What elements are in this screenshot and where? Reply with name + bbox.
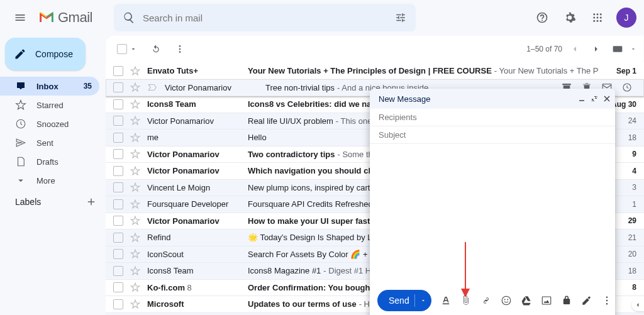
important-button[interactable] — [147, 82, 158, 93]
svg-point-21 — [606, 297, 608, 298]
more-options-button[interactable] — [601, 295, 613, 306]
lock-clock-icon — [561, 295, 572, 306]
attach-button[interactable] — [460, 295, 472, 306]
email-checkbox[interactable] — [113, 133, 123, 143]
next-page-button[interactable] — [587, 40, 605, 58]
settings-button[interactable] — [557, 5, 582, 30]
email-checkbox[interactable] — [113, 166, 123, 176]
star-button[interactable] — [130, 248, 141, 260]
chevron-left-icon — [570, 44, 580, 54]
minimize-button[interactable] — [579, 96, 585, 102]
email-checkbox[interactable] — [113, 249, 123, 259]
refresh-button[interactable] — [146, 39, 166, 59]
email-checkbox[interactable] — [113, 266, 123, 276]
star-icon — [130, 248, 141, 260]
sidebar-item-inbox[interactable]: Inbox35 — [0, 77, 99, 96]
sidebar-item-snoozed[interactable]: Snoozed — [0, 114, 99, 133]
add-label-button[interactable] — [86, 196, 97, 207]
sidebar-item-label: More — [36, 176, 55, 185]
email-date: Sep 1 — [605, 67, 636, 75]
more-button[interactable] — [170, 39, 190, 59]
search-bar[interactable] — [114, 4, 416, 31]
menu-button[interactable] — [8, 5, 33, 30]
star-button[interactable] — [130, 132, 141, 143]
svg-point-4 — [593, 17, 595, 19]
svg-point-2 — [597, 13, 599, 15]
sidebar-item-label: Drafts — [36, 157, 58, 167]
search-button[interactable] — [118, 6, 140, 29]
snooze-icon[interactable] — [621, 82, 633, 93]
select-all-checkbox[interactable] — [117, 44, 127, 54]
svg-point-7 — [593, 20, 595, 22]
more-vert-icon — [601, 295, 613, 306]
sidebar-item-sent[interactable]: Sent — [0, 133, 99, 152]
email-sender: Ko-fi.com 8 — [147, 283, 242, 292]
text-format-icon — [440, 295, 452, 306]
fullscreen-button[interactable] — [591, 96, 597, 102]
email-checkbox[interactable] — [113, 216, 123, 226]
confidential-button[interactable] — [561, 295, 572, 306]
drive-button[interactable] — [521, 295, 532, 306]
chevron-down-icon[interactable] — [130, 45, 137, 53]
star-button[interactable] — [130, 215, 141, 226]
label-icon — [147, 82, 158, 93]
star-button[interactable] — [130, 265, 141, 277]
sidebar-item-starred[interactable]: Starred — [0, 96, 99, 114]
prev-page-button[interactable] — [566, 40, 584, 58]
input-tools-button[interactable] — [609, 40, 626, 58]
email-checkbox[interactable] — [113, 182, 123, 192]
compose-header[interactable]: New Message — [370, 89, 615, 109]
subject-field[interactable]: Subject — [370, 126, 615, 144]
email-checkbox[interactable] — [113, 149, 123, 159]
star-icon — [15, 99, 26, 111]
compose-button[interactable]: Compose — [5, 38, 86, 70]
sidebar: Compose Inbox35StarredSnoozedSentDraftsM… — [0, 35, 106, 315]
svg-rect-14 — [613, 46, 623, 52]
gmail-logo[interactable]: Gmail — [38, 9, 92, 26]
support-button[interactable] — [530, 5, 555, 30]
email-checkbox[interactable] — [113, 66, 123, 76]
search-options-button[interactable] — [389, 6, 412, 29]
email-checkbox[interactable] — [113, 299, 123, 309]
star-button[interactable] — [130, 232, 141, 243]
gear-icon — [564, 11, 576, 24]
email-checkbox[interactable] — [113, 116, 123, 126]
star-button[interactable] — [130, 299, 141, 310]
email-sender: Microsoft — [147, 299, 242, 309]
star-button[interactable] — [130, 82, 141, 93]
sidebar-item-drafts[interactable]: Drafts — [0, 152, 99, 171]
email-checkbox[interactable] — [113, 99, 123, 109]
star-button[interactable] — [130, 148, 141, 160]
email-checkbox[interactable] — [113, 199, 123, 209]
apps-button[interactable] — [585, 5, 610, 30]
recipients-field[interactable]: Recipients — [370, 109, 615, 126]
star-button[interactable] — [130, 199, 141, 210]
star-button[interactable] — [130, 65, 141, 77]
email-checkbox[interactable] — [113, 233, 123, 243]
link-button[interactable] — [480, 295, 492, 306]
emoji-button[interactable] — [501, 295, 512, 306]
sidebar-item-count: 35 — [84, 82, 92, 91]
side-panel-toggle[interactable] — [631, 299, 644, 311]
star-button[interactable] — [130, 165, 141, 177]
image-button[interactable] — [541, 295, 552, 306]
signature-button[interactable] — [581, 295, 592, 306]
account-avatar[interactable]: J — [616, 8, 636, 28]
star-button[interactable] — [130, 282, 141, 293]
sidebar-item-more[interactable]: More — [0, 171, 99, 190]
email-sender: Victor Ponamariov — [165, 83, 259, 92]
star-button[interactable] — [130, 99, 141, 110]
email-checkbox[interactable] — [113, 282, 123, 292]
chevron-down-icon[interactable] — [630, 46, 636, 52]
labels-title: Labels — [15, 197, 41, 207]
compose-body[interactable] — [370, 144, 615, 286]
star-button[interactable] — [130, 182, 141, 193]
email-checkbox[interactable] — [113, 82, 123, 92]
formatting-button[interactable] — [440, 295, 452, 306]
send-button[interactable]: Send — [377, 290, 431, 311]
star-button[interactable] — [130, 115, 141, 126]
search-input[interactable] — [140, 12, 389, 24]
email-row[interactable]: Envato Tuts+Your New Tutorials + The Pri… — [106, 63, 644, 80]
star-icon — [130, 265, 141, 277]
close-button[interactable] — [604, 96, 610, 102]
